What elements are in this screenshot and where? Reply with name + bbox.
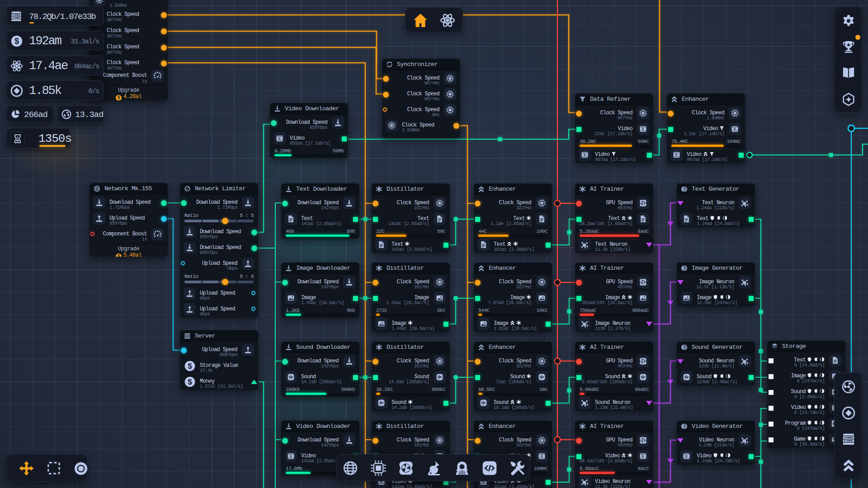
svg-text:$: $ xyxy=(188,377,192,386)
svg-text:$: $ xyxy=(14,36,19,46)
svg-text:$: $ xyxy=(188,361,192,370)
